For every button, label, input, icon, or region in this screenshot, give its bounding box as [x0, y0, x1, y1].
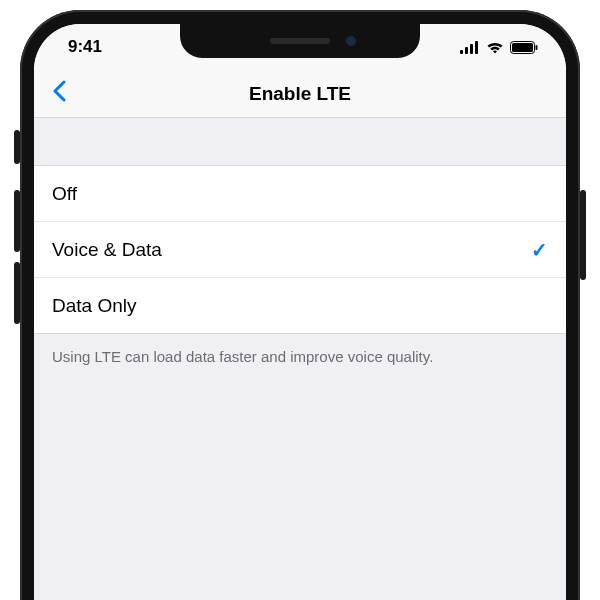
svg-rect-2 — [470, 44, 473, 54]
status-time: 9:41 — [68, 37, 138, 57]
front-camera — [346, 36, 356, 46]
page-title: Enable LTE — [34, 83, 566, 105]
notch — [180, 24, 420, 58]
option-label: Voice & Data — [52, 239, 162, 261]
chevron-left-icon — [52, 80, 66, 107]
svg-rect-3 — [475, 41, 478, 54]
svg-rect-1 — [465, 47, 468, 54]
svg-rect-6 — [536, 45, 538, 50]
option-data-only[interactable]: Data Only — [34, 278, 566, 334]
option-voice-and-data[interactable]: Voice & Data ✓ — [34, 222, 566, 278]
svg-rect-0 — [460, 50, 463, 54]
phone-frame: 9:41 — [20, 10, 580, 600]
back-button[interactable] — [44, 70, 74, 117]
phone-screen: 9:41 — [34, 24, 566, 600]
option-off[interactable]: Off — [34, 166, 566, 222]
svg-rect-5 — [512, 43, 533, 52]
option-label: Data Only — [52, 295, 136, 317]
battery-icon — [510, 41, 538, 54]
section-spacer — [34, 118, 566, 166]
speaker-grille — [270, 38, 330, 44]
wifi-icon — [486, 41, 504, 54]
cellular-signal-icon — [460, 41, 480, 54]
option-label: Off — [52, 183, 77, 205]
options-list: Off Voice & Data ✓ Data Only — [34, 166, 566, 334]
status-indicators — [460, 41, 538, 54]
checkmark-icon: ✓ — [531, 238, 548, 262]
side-button — [580, 190, 586, 280]
nav-bar: Enable LTE — [34, 70, 566, 118]
footer-note: Using LTE can load data faster and impro… — [34, 334, 566, 379]
